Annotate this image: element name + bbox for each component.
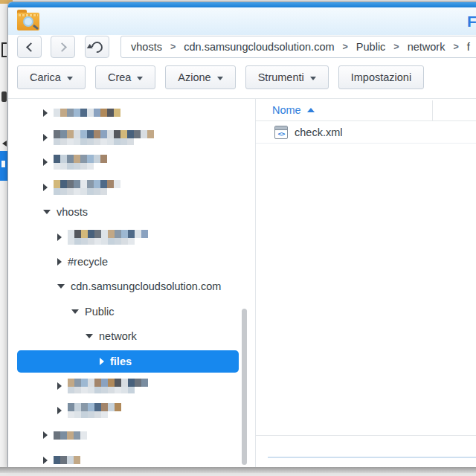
tree-item-label: Public xyxy=(85,306,115,318)
tree-item-label: cdn.samsungcloudsolution.com xyxy=(71,280,221,292)
tree-item-public[interactable]: Public xyxy=(8,299,255,324)
redacted-label xyxy=(54,456,80,464)
column-header-label: Nome xyxy=(272,104,301,116)
column-divider[interactable] xyxy=(432,100,433,120)
breadcrumb-segment-network[interactable]: network xyxy=(408,41,446,53)
triangle-expanded-icon[interactable] xyxy=(86,334,93,338)
triangle-collapsed-icon[interactable] xyxy=(57,407,62,414)
toolbar-button-strumenti[interactable]: Strumenti xyxy=(245,65,329,89)
triangle-expanded-icon[interactable] xyxy=(71,309,79,314)
redacted-label xyxy=(68,403,121,418)
triangle-collapsed-icon[interactable] xyxy=(100,358,104,365)
folder-tree-panel[interactable]: vhosts#recyclecdn.samsungcloudsolution.c… xyxy=(8,99,256,467)
tree-item-vhosts[interactable]: vhosts xyxy=(8,200,255,225)
tree-item-files[interactable]: files xyxy=(17,350,239,373)
breadcrumb-separator: > xyxy=(453,42,458,52)
breadcrumb-segment-f[interactable]: f xyxy=(467,41,470,53)
redacted-label xyxy=(54,180,120,195)
tree-scrollbar-thumb[interactable] xyxy=(242,309,247,465)
breadcrumb-separator: > xyxy=(343,42,348,52)
tree-item-redacted-1[interactable] xyxy=(8,125,255,149)
background-selected-item-fragment xyxy=(0,151,7,181)
breadcrumb-segment-vhosts[interactable]: vhosts xyxy=(131,41,162,53)
breadcrumb-segment-cdn-samsungcloudsolution-com[interactable]: cdn.samsungcloudsolution.com xyxy=(184,41,334,53)
redacted-label xyxy=(68,379,148,393)
chevron-left-icon xyxy=(26,42,36,52)
file-row-check-xml[interactable]: <>check.xml xyxy=(256,121,476,144)
tree-item-label: vhosts xyxy=(57,206,88,218)
chevron-down-icon xyxy=(217,77,223,80)
toolbar-button-label: Impostazioni xyxy=(351,71,411,83)
triangle-expanded-icon[interactable] xyxy=(43,210,51,214)
redacted-label xyxy=(68,230,148,245)
breadcrumb-separator: > xyxy=(170,42,176,52)
triangle-expanded-icon[interactable] xyxy=(57,284,65,289)
window-bottom-shadow xyxy=(0,467,476,473)
triangle-collapsed-icon[interactable] xyxy=(57,234,62,241)
tree-item-redacted-2[interactable] xyxy=(8,150,255,175)
breadcrumb-separator: > xyxy=(393,42,399,52)
forward-button[interactable] xyxy=(51,36,75,58)
triangle-collapsed-icon[interactable] xyxy=(43,431,48,439)
chevron-right-icon xyxy=(57,42,67,52)
xml-file-icon: <> xyxy=(274,126,288,139)
statusbar-bottom-line xyxy=(268,457,476,458)
background-glyph-fragment xyxy=(1,42,7,57)
triangle-collapsed-icon[interactable] xyxy=(43,457,48,464)
tree-item-redacted-5[interactable] xyxy=(8,225,255,249)
triangle-collapsed-icon[interactable] xyxy=(43,109,48,117)
tree-item-label: files xyxy=(110,356,132,367)
content-area: vhosts#recyclecdn.samsungcloudsolution.c… xyxy=(8,98,476,467)
background-arrow-fragment xyxy=(2,141,7,147)
file-name: check.xml xyxy=(295,126,342,138)
redacted-label xyxy=(54,130,154,145)
redacted-label xyxy=(54,431,87,440)
triangle-collapsed-icon[interactable] xyxy=(43,184,48,191)
tree-item-label: network xyxy=(99,330,137,342)
redacted-label xyxy=(54,109,120,117)
chevron-down-icon xyxy=(67,77,73,80)
statusbar-divider xyxy=(256,435,476,436)
file-list-panel[interactable]: Nome <>check.xml xyxy=(256,99,476,467)
tree-item-recycle[interactable]: #recycle xyxy=(8,249,255,274)
chevron-down-icon xyxy=(137,77,143,80)
breadcrumb-segment-public[interactable]: Public xyxy=(356,41,386,53)
triangle-collapsed-icon[interactable] xyxy=(43,134,48,141)
triangle-collapsed-icon[interactable] xyxy=(57,258,62,266)
column-header-nome[interactable]: Nome xyxy=(256,99,476,121)
file-station-icon xyxy=(17,10,39,31)
toolbar-button-crea[interactable]: Crea xyxy=(95,65,155,89)
tree-item-redacted-13[interactable] xyxy=(8,423,255,448)
toolbar-button-carica[interactable]: Carica xyxy=(17,65,86,89)
file-station-window: F vhosts>cdn.samsungcloudsolution.com>Pu… xyxy=(7,1,476,467)
tree-item-redacted-12[interactable] xyxy=(8,398,255,422)
back-button[interactable] xyxy=(17,36,42,58)
sort-ascending-icon xyxy=(307,108,315,112)
toolbar-button-label: Carica xyxy=(30,71,61,83)
tree-item-redacted-3[interactable] xyxy=(8,175,255,199)
toolbar-button-label: Crea xyxy=(108,71,131,83)
chevron-down-icon xyxy=(310,77,316,80)
tree-item-redacted-14[interactable] xyxy=(8,448,255,467)
toolbar-button-label: Strumenti xyxy=(258,71,304,83)
titlebar[interactable]: F xyxy=(8,7,476,35)
tree-item-redacted-0[interactable] xyxy=(8,100,255,125)
toolbar-button-impostazioni[interactable]: Impostazioni xyxy=(338,65,424,89)
redacted-label xyxy=(54,155,107,170)
navigation-bar: vhosts>cdn.samsungcloudsolution.com>Publ… xyxy=(8,36,476,60)
tree-item-cdn-samsungcloudsolution-com[interactable]: cdn.samsungcloudsolution.com xyxy=(8,274,255,299)
triangle-collapsed-icon[interactable] xyxy=(57,382,62,390)
window-top-edge xyxy=(8,2,476,7)
refresh-button[interactable] xyxy=(85,36,109,58)
window-title: F xyxy=(467,13,476,30)
breadcrumb[interactable]: vhosts>cdn.samsungcloudsolution.com>Publ… xyxy=(120,36,476,58)
toolbar-button-azione[interactable]: Azione xyxy=(165,65,235,89)
magnifier-icon xyxy=(23,16,33,27)
refresh-icon xyxy=(89,39,105,54)
background-glyph-fragment xyxy=(1,91,7,102)
tree-item-redacted-11[interactable] xyxy=(8,373,255,398)
triangle-collapsed-icon[interactable] xyxy=(43,158,48,166)
toolbar-button-label: Azione xyxy=(178,71,210,83)
tree-item-network[interactable]: network xyxy=(8,324,255,349)
tree-item-label: #recycle xyxy=(68,256,108,268)
